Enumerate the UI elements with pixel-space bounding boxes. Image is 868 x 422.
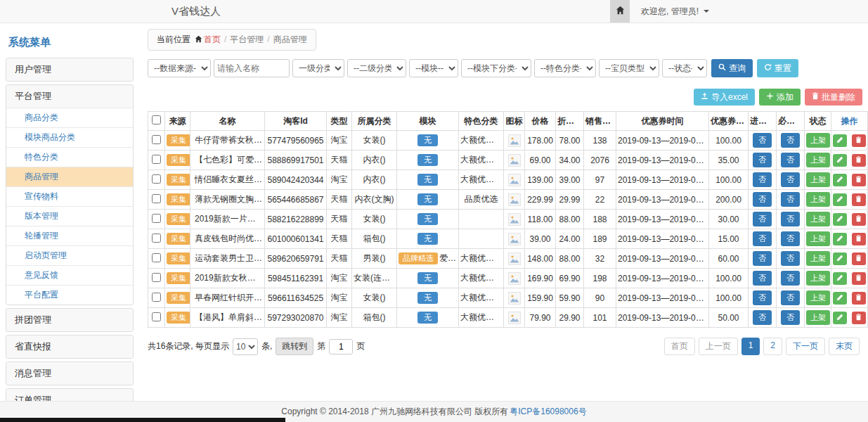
import-select-button[interactable]: 否 xyxy=(753,153,772,167)
row-checkbox[interactable] xyxy=(152,312,161,321)
must-buy-button[interactable]: 否 xyxy=(781,271,800,286)
row-checkbox[interactable] xyxy=(152,293,161,302)
status-button[interactable]: 上架 xyxy=(806,192,830,207)
filter-status-select[interactable]: --状态-- xyxy=(662,59,707,77)
must-buy-button[interactable]: 否 xyxy=(781,310,800,325)
page-button[interactable]: 2 xyxy=(763,338,782,355)
delete-button[interactable] xyxy=(852,134,866,147)
home-button[interactable] xyxy=(610,0,630,23)
import-select-button[interactable]: 否 xyxy=(753,172,772,187)
sidebar-subitem[interactable]: 宣传物料 xyxy=(6,186,133,206)
import-select-button[interactable]: 否 xyxy=(753,212,772,226)
edit-button[interactable] xyxy=(833,252,847,265)
status-button[interactable]: 上架 xyxy=(806,290,830,305)
filter-feature-select[interactable]: --特色分类-- xyxy=(534,59,596,77)
status-button[interactable]: 上架 xyxy=(806,251,830,266)
row-checkbox[interactable] xyxy=(152,174,161,184)
must-buy-button[interactable]: 否 xyxy=(781,231,800,246)
edit-button[interactable] xyxy=(833,233,847,245)
delete-button[interactable] xyxy=(852,252,866,265)
delete-button[interactable] xyxy=(852,292,866,305)
sidebar-subitem[interactable]: 版本管理 xyxy=(6,206,133,226)
icp-link[interactable]: 粤ICP备16098006号 xyxy=(510,406,586,418)
sidebar-subitem[interactable]: 商品管理 xyxy=(6,167,133,186)
sidebar-subitem[interactable]: 启动页管理 xyxy=(6,245,133,265)
sidebar-item[interactable]: 消息管理 xyxy=(6,362,133,385)
edit-button[interactable] xyxy=(833,174,847,186)
must-buy-button[interactable]: 否 xyxy=(781,192,800,207)
sidebar-item[interactable]: 用户管理 xyxy=(6,58,133,81)
edit-button[interactable] xyxy=(833,193,847,206)
sidebar-subitem[interactable]: 模块商品分类 xyxy=(6,127,133,147)
reset-button[interactable]: 重置 xyxy=(757,59,798,77)
row-checkbox[interactable] xyxy=(152,214,161,223)
page-button[interactable]: 末页 xyxy=(829,338,860,355)
select-all-checkbox[interactable] xyxy=(152,115,161,124)
filter-module-sub-select[interactable]: --模块下分类-- xyxy=(461,59,531,77)
must-buy-button[interactable]: 否 xyxy=(781,133,800,148)
must-buy-button[interactable]: 否 xyxy=(781,153,800,167)
row-checkbox[interactable] xyxy=(152,253,161,262)
row-checkbox[interactable] xyxy=(152,234,161,243)
page-button[interactable]: 首页 xyxy=(664,338,695,355)
filter-name-input[interactable] xyxy=(214,59,290,77)
breadcrumb-home-link[interactable]: 首页 xyxy=(204,34,221,44)
status-button[interactable]: 上架 xyxy=(806,133,830,148)
delete-button[interactable] xyxy=(852,233,866,245)
status-button[interactable]: 上架 xyxy=(806,153,830,167)
row-checkbox[interactable] xyxy=(152,273,161,282)
sidebar-item[interactable]: 拼团管理 xyxy=(6,309,133,331)
import-select-button[interactable]: 否 xyxy=(753,133,772,148)
edit-button[interactable] xyxy=(833,213,847,226)
must-buy-button[interactable]: 否 xyxy=(781,251,800,266)
must-buy-button[interactable]: 否 xyxy=(781,290,800,305)
user-menu[interactable]: 欢迎您, 管理员! xyxy=(641,6,709,18)
status-button[interactable]: 上架 xyxy=(806,231,830,246)
page-button[interactable]: 下一页 xyxy=(786,338,825,355)
status-button[interactable]: 上架 xyxy=(806,271,830,286)
must-buy-button[interactable]: 否 xyxy=(781,172,800,187)
sidebar-subitem[interactable]: 意见反馈 xyxy=(6,265,133,285)
filter-data-source-select[interactable]: --数据来源-- xyxy=(148,59,211,77)
status-button[interactable]: 上架 xyxy=(806,212,830,226)
delete-button[interactable] xyxy=(852,193,866,206)
import-select-button[interactable]: 否 xyxy=(753,290,772,305)
page-number-input[interactable] xyxy=(329,339,353,354)
filter-category2-select[interactable]: --二级分类-- xyxy=(347,59,406,77)
delete-button[interactable] xyxy=(852,272,866,285)
page-button[interactable]: 1 xyxy=(741,338,760,355)
page-button[interactable]: 上一页 xyxy=(699,338,738,355)
filter-item-type-select[interactable]: --宝贝类型-- xyxy=(599,59,659,77)
sidebar-item[interactable]: 平台管理 xyxy=(6,85,133,108)
batch-delete-button[interactable]: 批量删除 xyxy=(805,89,862,106)
edit-button[interactable] xyxy=(833,272,847,285)
row-checkbox[interactable] xyxy=(152,135,161,144)
filter-category1-select[interactable]: 一级分类 xyxy=(292,59,344,77)
per-page-select[interactable]: 10 xyxy=(233,338,258,355)
sidebar-subitem[interactable]: 特色分类 xyxy=(6,147,133,167)
sidebar-item[interactable]: 省直快报 xyxy=(6,335,133,358)
import-select-button[interactable]: 否 xyxy=(753,271,772,286)
sidebar-subitem[interactable]: 商品分类 xyxy=(6,108,133,127)
filter-module-select[interactable]: --模块-- xyxy=(409,59,458,77)
status-button[interactable]: 上架 xyxy=(806,172,830,187)
import-select-button[interactable]: 否 xyxy=(753,251,772,266)
import-select-button[interactable]: 否 xyxy=(753,310,772,325)
query-button[interactable]: 查询 xyxy=(711,59,753,77)
jump-button[interactable]: 跳转到 xyxy=(276,338,313,355)
import-select-button[interactable]: 否 xyxy=(753,231,772,246)
edit-button[interactable] xyxy=(833,134,847,147)
edit-button[interactable] xyxy=(833,312,847,324)
sidebar-subitem[interactable]: 平台配置 xyxy=(6,285,133,305)
edit-button[interactable] xyxy=(833,154,847,167)
import-excel-button[interactable]: 导入excel xyxy=(694,89,755,106)
row-checkbox[interactable] xyxy=(152,194,161,203)
edit-button[interactable] xyxy=(833,292,847,305)
delete-button[interactable] xyxy=(852,312,866,324)
row-checkbox[interactable] xyxy=(152,155,161,164)
delete-button[interactable] xyxy=(852,154,866,167)
status-button[interactable]: 上架 xyxy=(806,310,830,325)
sidebar-subitem[interactable]: 轮播管理 xyxy=(6,226,133,245)
add-button[interactable]: 添加 xyxy=(759,89,801,106)
must-buy-button[interactable]: 否 xyxy=(781,212,800,226)
